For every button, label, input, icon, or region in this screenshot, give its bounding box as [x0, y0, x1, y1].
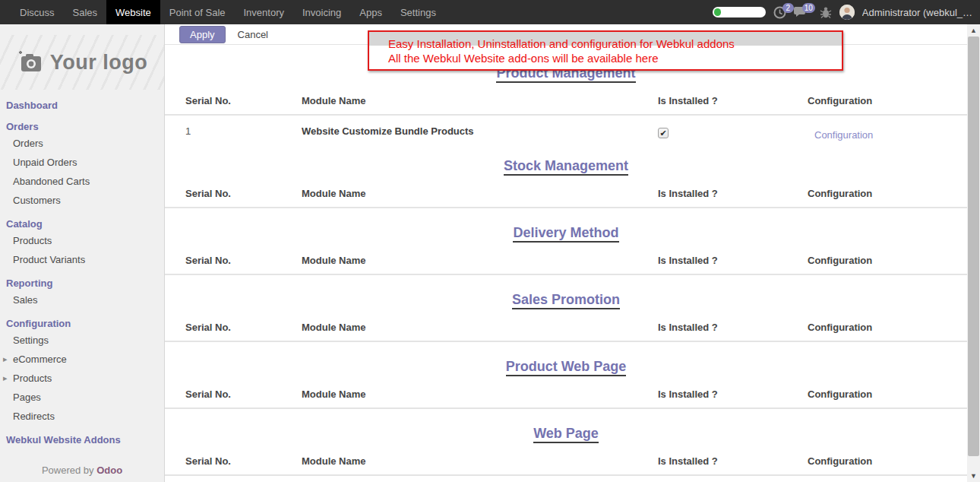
sidebar-item-label: Orders — [6, 121, 39, 132]
sidebar-item-orders[interactable]: Orders — [6, 120, 164, 134]
cancel-button[interactable]: Cancel — [238, 29, 268, 40]
sidebar-item-ecommerce[interactable]: ▸eCommerce — [6, 350, 164, 369]
table-header-row: Serial No.Module NameIs Installed ?Confi… — [165, 322, 967, 342]
column-header-configuration: Configuration — [808, 255, 967, 266]
powered-by: Powered by Odoo — [0, 465, 164, 476]
table-header-row: Serial No.Module NameIs Installed ?Confi… — [165, 95, 967, 116]
topbar-menu-website[interactable]: Website — [106, 0, 160, 24]
sidebar-item-pages[interactable]: Pages — [6, 388, 164, 407]
column-header-serial-no-: Serial No. — [185, 188, 302, 199]
sidebar-item-label: Redirects — [13, 411, 55, 422]
sidebar-item-redirects[interactable]: Redirects — [6, 407, 164, 426]
activity-count-badge: 2 — [782, 3, 794, 13]
scroll-up-arrow[interactable]: ▲ — [967, 24, 980, 36]
sidebar-item-sales[interactable]: Sales — [6, 290, 164, 309]
section-title-link[interactable]: Stock Management — [504, 158, 628, 176]
sidebar-item-dashboard[interactable]: Dashboard — [6, 99, 164, 113]
topbar-menu-settings[interactable]: Settings — [391, 0, 445, 24]
sidebar-item-product-variants[interactable]: Product Variants — [6, 250, 164, 269]
sidebar-item-customers[interactable]: Customers — [6, 191, 164, 210]
sidebar-item-label: Abandoned Carts — [13, 176, 90, 187]
column-header-serial-no-: Serial No. — [185, 322, 302, 333]
topbar-menu-sales[interactable]: Sales — [64, 0, 107, 24]
column-header-module-name: Module Name — [302, 255, 658, 266]
table-header-row: Serial No.Module NameIs Installed ?Confi… — [165, 455, 967, 476]
sidebar-item-webkul-website-addons[interactable]: Webkul Website Addons — [6, 433, 164, 447]
sidebar-item-settings[interactable]: Settings — [6, 331, 164, 350]
sidebar-item-products[interactable]: Products — [6, 231, 164, 250]
powered-by-label: Powered by — [42, 465, 94, 476]
column-header-serial-no-: Serial No. — [185, 95, 302, 106]
activities-menu[interactable]: 2 — [773, 6, 786, 19]
camera-icon — [17, 51, 43, 74]
configuration-link[interactable]: Configuration — [814, 125, 873, 141]
section-product-web-page: Product Web PageSerial No.Module NameIs … — [165, 359, 967, 409]
table-header-row: Serial No.Module NameIs Installed ?Confi… — [165, 388, 967, 409]
app-menus: DiscussSalesWebsitePoint of SaleInventor… — [0, 0, 445, 24]
vertical-scrollbar[interactable]: ▲ ▼ — [967, 24, 980, 482]
scroll-down-arrow[interactable]: ▼ — [967, 470, 980, 482]
column-header-serial-no-: Serial No. — [185, 255, 302, 266]
topbar-menu-inventory[interactable]: Inventory — [235, 0, 293, 24]
sidebar-item-abandoned-carts[interactable]: Abandoned Carts — [6, 172, 164, 191]
section-web-page: Web PageSerial No.Module NameIs Installe… — [165, 426, 967, 476]
chevron-right-icon[interactable]: ▸ — [3, 350, 8, 369]
chevron-right-icon[interactable]: ▸ — [3, 369, 8, 388]
column-header-module-name: Module Name — [302, 322, 658, 333]
topbar-menu-invoicing[interactable]: Invoicing — [293, 0, 350, 24]
section-stock-management: Stock ManagementSerial No.Module NameIs … — [165, 158, 967, 208]
column-header-is-installed-: Is Installed ? — [658, 322, 808, 333]
column-header-serial-no-: Serial No. — [185, 455, 302, 467]
module-name-cell: Website Customize Bundle Products — [302, 125, 658, 137]
sidebar-item-label: Unpaid Orders — [13, 157, 77, 168]
table-row: 1Website Customize Bundle Products✔Confi… — [165, 116, 967, 141]
section-title-link[interactable]: Product Web Page — [506, 359, 627, 376]
sidebar-item-label: Customers — [13, 195, 61, 206]
sidebar-nav: DashboardOrdersOrdersUnpaid OrdersAbando… — [0, 90, 164, 447]
progress-bar-fill — [714, 8, 721, 16]
is-installed-checkbox[interactable]: ✔ — [658, 128, 669, 138]
sidebar-item-catalog[interactable]: Catalog — [6, 217, 164, 231]
section-title-link[interactable]: Delivery Method — [513, 225, 618, 243]
scrollbar-thumb[interactable] — [968, 36, 979, 456]
sidebar-item-products[interactable]: ▸Products — [6, 369, 164, 388]
sidebar-item-label: Dashboard — [6, 100, 58, 111]
module-sections: Product ManagementSerial No.Module NameI… — [165, 45, 967, 476]
odoo-brand-link[interactable]: Odoo — [96, 465, 122, 476]
avatar[interactable] — [839, 5, 855, 20]
sidebar-item-unpaid-orders[interactable]: Unpaid Orders — [6, 153, 164, 172]
section-title-link[interactable]: Sales Promotion — [512, 292, 620, 309]
user-menu[interactable]: Administrator (webkul_… — [862, 7, 972, 18]
section-sales-promotion: Sales PromotionSerial No.Module NameIs I… — [165, 292, 967, 342]
bug-icon[interactable] — [820, 6, 832, 19]
topbar-menu-discuss[interactable]: Discuss — [11, 0, 64, 24]
sidebar-item-label: Reporting — [6, 277, 52, 289]
annotation-line2: All the Webkul Website add-ons will be a… — [388, 51, 842, 65]
sidebar-item-label: Catalog — [6, 218, 43, 230]
sidebar-item-orders[interactable]: Orders — [6, 134, 164, 153]
sidebar-item-label: Webkul Website Addons — [6, 434, 121, 446]
section-title-link[interactable]: Web Page — [533, 426, 599, 443]
annotation-line1: Easy Installation, Uninstallation and co… — [388, 36, 842, 51]
apply-button[interactable]: Apply — [179, 26, 226, 43]
section-delivery-method: Delivery MethodSerial No.Module NameIs I… — [165, 225, 967, 275]
sidebar: Your logo DashboardOrdersOrdersUnpaid Or… — [0, 24, 165, 482]
annotation-box: Easy Installation, Uninstallation and co… — [368, 30, 843, 71]
sidebar-item-label: Pages — [13, 392, 41, 403]
table-header-row: Serial No.Module NameIs Installed ?Confi… — [165, 188, 967, 208]
sidebar-item-configuration[interactable]: Configuration — [6, 317, 164, 331]
column-header-serial-no-: Serial No. — [185, 388, 302, 400]
serial-cell: 1 — [185, 125, 302, 137]
logo[interactable]: Your logo — [0, 35, 164, 90]
topbar-menu-point-of-sale[interactable]: Point of Sale — [160, 0, 235, 24]
messages-menu[interactable]: 10 — [794, 6, 808, 18]
message-count-badge: 10 — [802, 3, 815, 13]
sidebar-item-label: Products — [13, 235, 52, 246]
column-header-is-installed-: Is Installed ? — [658, 95, 808, 106]
topbar-menu-apps[interactable]: Apps — [350, 0, 391, 24]
section-product-management: Product ManagementSerial No.Module NameI… — [165, 65, 967, 141]
sidebar-item-reporting[interactable]: Reporting — [6, 277, 164, 290]
sidebar-item-label: Settings — [13, 335, 49, 346]
column-header-module-name: Module Name — [302, 95, 658, 106]
column-header-is-installed-: Is Installed ? — [658, 388, 808, 400]
